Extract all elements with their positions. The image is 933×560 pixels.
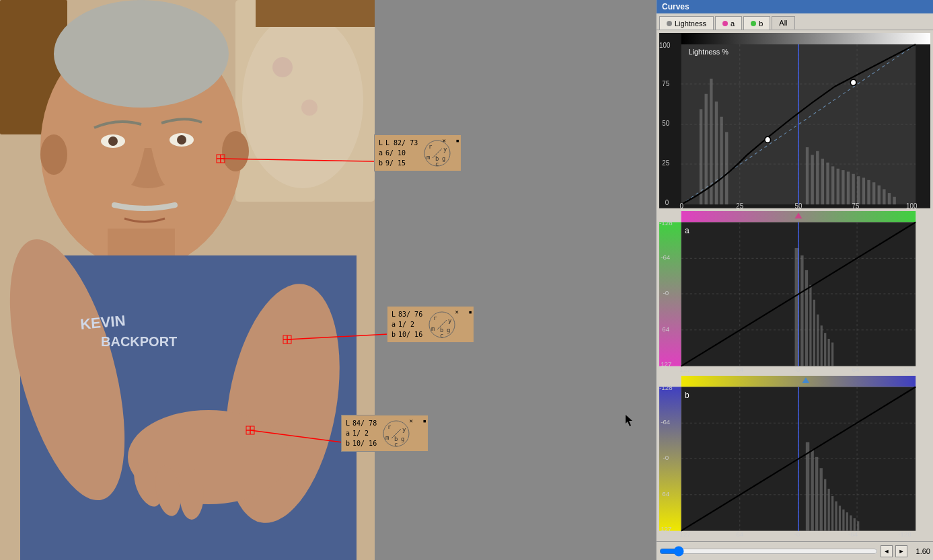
svg-text:c: c [394, 441, 398, 448]
svg-text:50: 50 [795, 202, 803, 208]
svg-text:64: 64 [662, 490, 669, 497]
svg-rect-89 [867, 180, 870, 204]
lightness-graph-container[interactable]: 100 75 50 25 0 0 25 50 75 100 Lightness … [659, 33, 930, 208]
svg-point-18 [177, 135, 186, 145]
b-curve-svg: -128 -64 -0 64 127 127 64 -0 -64 -128 b [659, 376, 930, 538]
zoom-value: 1.60 [910, 547, 930, 555]
svg-text:100: 100 [906, 202, 918, 208]
ann2-l-values: 83/ 76 [398, 309, 422, 319]
tab-lightness[interactable]: Lightness [659, 16, 714, 30]
svg-text:-0: -0 [794, 531, 800, 538]
svg-text:a: a [685, 226, 689, 235]
svg-rect-125 [821, 325, 823, 366]
svg-text:-128: -128 [901, 366, 914, 373]
svg-rect-84 [842, 170, 844, 204]
b-graph-container[interactable]: -128 -64 -0 64 127 127 64 -0 -64 -128 b [659, 376, 930, 538]
svg-text:m: m [385, 434, 389, 441]
tab-b-label: b [759, 19, 763, 28]
svg-text:g: g [401, 436, 404, 442]
ann3-l-label: L [346, 418, 352, 428]
svg-text:c: c [440, 332, 443, 339]
prev-button[interactable]: ◄ [881, 545, 893, 557]
svg-rect-87 [857, 176, 860, 204]
ann1-min-btn[interactable]: ▪ [456, 136, 459, 146]
ann1-a-label: a [379, 148, 385, 158]
svg-rect-72 [705, 94, 708, 204]
svg-point-97 [850, 79, 856, 85]
svg-text:64: 64 [662, 325, 669, 333]
tab-lightness-label: Lightness [675, 19, 706, 28]
svg-text:-64: -64 [661, 253, 671, 261]
a-graph-container[interactable]: -128 -64 -0 64 127 127 64 -0 64 -128 a [659, 211, 930, 374]
tab-b[interactable]: b [743, 16, 770, 30]
svg-rect-79 [816, 151, 819, 204]
svg-rect-92 [883, 189, 885, 204]
annotation-3[interactable]: ✕ ▪ L 84/ 78 r y m b g [341, 415, 428, 452]
tab-a[interactable]: a [715, 16, 742, 30]
svg-text:y: y [443, 146, 447, 153]
svg-text:g: g [442, 155, 445, 162]
curves-panel: Curves Lightness a b All [656, 0, 933, 560]
curves-title: Curves [657, 0, 933, 13]
svg-point-4 [301, 99, 318, 116]
svg-text:75: 75 [852, 202, 859, 208]
svg-text:m: m [426, 154, 430, 161]
svg-text:-0: -0 [794, 366, 800, 373]
svg-rect-77 [806, 147, 809, 204]
svg-text:-64: -64 [848, 531, 858, 538]
svg-text:25: 25 [736, 202, 743, 208]
svg-text:-64: -64 [661, 419, 671, 426]
next-button[interactable]: ► [895, 545, 907, 557]
tab-all[interactable]: All [772, 16, 794, 30]
svg-point-19 [40, 134, 67, 175]
curves-tabs: Lightness a b All [657, 13, 933, 30]
svg-rect-5 [256, 0, 375, 27]
svg-text:127: 127 [661, 360, 671, 367]
svg-text:75: 75 [662, 80, 669, 87]
svg-rect-157 [828, 489, 830, 531]
svg-rect-75 [720, 117, 722, 204]
ann3-b-values: 10/ 16 [352, 438, 377, 448]
lightness-curve-svg: 100 75 50 25 0 0 25 50 75 100 Lightness … [659, 33, 930, 208]
ann2-l-label: L [391, 309, 398, 319]
svg-rect-159 [835, 502, 837, 531]
svg-text:0: 0 [665, 199, 669, 206]
curves-content: 100 75 50 25 0 0 25 50 75 100 Lightness … [657, 30, 933, 541]
svg-rect-163 [850, 516, 852, 531]
svg-rect-82 [831, 166, 834, 204]
svg-rect-80 [821, 159, 824, 204]
ann3-a-label: a [346, 428, 352, 438]
ann1-a-values: 6/ 10 [385, 148, 418, 158]
svg-text:r: r [433, 315, 437, 321]
svg-point-16 [108, 136, 118, 146]
annotation-2[interactable]: ✕ ▪ L 83/ 76 r y m b g [387, 306, 474, 343]
a-curve-svg: -128 -64 -0 64 127 127 64 -0 64 -128 a [659, 211, 930, 374]
ann1-b-label: b [379, 158, 385, 168]
svg-text:r: r [428, 143, 433, 150]
ann3-l-values: 84/ 78 [352, 418, 377, 428]
svg-rect-128 [831, 342, 833, 366]
svg-rect-62 [681, 33, 930, 44]
svg-rect-78 [811, 155, 813, 204]
svg-rect-161 [842, 510, 844, 531]
svg-rect-93 [888, 193, 891, 204]
svg-text:b: b [685, 391, 689, 400]
image-area: KEVIN BACKPORT [0, 0, 656, 560]
a-dot [722, 21, 728, 26]
annotation-1[interactable]: ✕ ▪ L L 82/ 73 r y m b g [374, 134, 461, 171]
bottom-bar: ◄ ► 1.60 [657, 541, 933, 560]
zoom-slider-container[interactable] [659, 546, 878, 557]
svg-text:BACKPORT: BACKPORT [101, 334, 177, 349]
svg-rect-85 [847, 171, 850, 204]
ann2-min-btn[interactable]: ▪ [469, 308, 472, 317]
ann1-b-values: 9/ 15 [385, 158, 418, 168]
ann3-min-btn[interactable]: ▪ [423, 417, 426, 426]
svg-text:25: 25 [662, 159, 669, 167]
svg-rect-123 [813, 300, 815, 366]
zoom-slider[interactable] [659, 546, 878, 557]
svg-rect-86 [852, 174, 854, 204]
svg-rect-142 [681, 376, 916, 387]
svg-rect-164 [854, 518, 856, 531]
svg-point-96 [765, 136, 771, 143]
tab-all-label: All [779, 19, 787, 27]
